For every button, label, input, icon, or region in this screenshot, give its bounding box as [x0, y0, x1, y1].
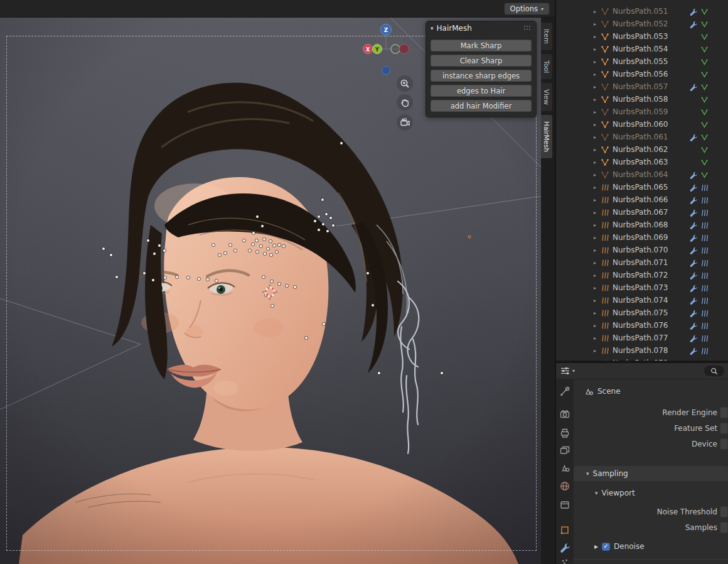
modifier-wrench-icon[interactable]	[688, 82, 698, 91]
outliner-row[interactable]: ▸	[556, 344, 728, 357]
outliner-row[interactable]: ▸	[556, 118, 728, 131]
hair-key-point[interactable]	[270, 280, 273, 283]
hair-key-point[interactable]	[264, 252, 266, 255]
hair-key-point[interactable]	[271, 305, 274, 307]
object-name[interactable]: NurbsPath.056	[613, 70, 700, 79]
breadcrumb-scene-name[interactable]: Scene	[597, 387, 621, 396]
hair-key-point[interactable]	[276, 251, 278, 253]
hair-key-point[interactable]	[261, 225, 264, 227]
object-name[interactable]: NurbsPath.078	[613, 346, 688, 355]
sidebar-tab[interactable]: Item	[541, 22, 553, 51]
hair-key-point[interactable]	[243, 239, 245, 242]
object-name[interactable]: NurbsPath.069	[613, 233, 688, 242]
caret-right-icon[interactable]: ▸	[594, 542, 598, 551]
hair-key-point[interactable]	[305, 337, 308, 339]
modifier-wrench-icon[interactable]	[688, 220, 698, 229]
hairmesh-action-button[interactable]: instance sharp edges	[431, 70, 532, 82]
outliner-row[interactable]: ▸	[556, 30, 728, 43]
surface-data-icon[interactable]	[700, 158, 709, 166]
disclosure-triangle-icon[interactable]: ▸	[590, 247, 600, 253]
disclosure-triangle-icon[interactable]: ▸	[590, 59, 600, 65]
object-name[interactable]: NurbsPath.052	[613, 19, 688, 28]
output-tab-icon[interactable]	[559, 427, 570, 438]
hairmesh-action-button[interactable]: Mark Sharp	[431, 40, 532, 52]
disclosure-triangle-icon[interactable]: ▸	[590, 72, 600, 77]
object-name[interactable]: NurbsPath.064	[613, 170, 688, 179]
hair-key-point[interactable]	[152, 279, 154, 281]
hair-key-point[interactable]	[176, 276, 178, 278]
axis-neg-z-handle[interactable]	[382, 67, 390, 75]
curve-data-icon[interactable]	[700, 233, 709, 242]
hair-key-point[interactable]	[206, 278, 209, 281]
object-name[interactable]: NurbsPath.065	[613, 183, 688, 192]
scene-tab-icon[interactable]	[559, 462, 570, 474]
object-name[interactable]: NurbsPath.060	[613, 120, 700, 129]
modifier-wrench-icon[interactable]	[688, 334, 698, 342]
surface-data-icon[interactable]	[700, 170, 709, 179]
disclosure-triangle-icon[interactable]: ▸	[590, 285, 600, 291]
value-widget[interactable]	[720, 423, 728, 434]
disclosure-triangle-icon[interactable]: ▸	[590, 222, 600, 228]
outliner-row[interactable]: ▸	[556, 18, 728, 30]
curve-data-icon[interactable]	[700, 195, 709, 204]
object-name[interactable]: NurbsPath.066	[613, 195, 688, 204]
outliner-row[interactable]: ▸	[556, 131, 728, 143]
curve-data-icon[interactable]	[700, 296, 709, 305]
particles-tab-icon[interactable]	[559, 558, 570, 564]
curve-data-icon[interactable]	[700, 208, 709, 217]
hair-key-point[interactable]	[468, 236, 471, 239]
disclosure-triangle-icon[interactable]: ▸	[590, 298, 600, 303]
hair-key-point[interactable]	[322, 223, 324, 225]
hair-key-point[interactable]	[256, 215, 259, 218]
hair-key-point[interactable]	[325, 213, 328, 215]
navigation-gizmo[interactable]: Z X Y	[355, 20, 417, 80]
hair-key-point[interactable]	[270, 254, 272, 256]
hair-key-point[interactable]	[340, 142, 343, 144]
curve-data-icon[interactable]	[700, 334, 709, 342]
disclosure-triangle-icon[interactable]: ▸	[590, 335, 600, 341]
denoise-checkbox[interactable]: ✓	[602, 543, 610, 551]
hair-key-point[interactable]	[252, 243, 254, 246]
hair-key-point[interactable]	[102, 247, 105, 250]
object-name[interactable]: NurbsPath.063	[613, 158, 700, 166]
surface-data-icon[interactable]	[700, 95, 709, 104]
modifier-wrench-icon[interactable]	[688, 246, 698, 254]
outliner-row[interactable]: ▸	[556, 332, 728, 344]
object-name[interactable]: NurbsPath.073	[613, 283, 688, 292]
value-widget[interactable]	[720, 438, 728, 450]
hair-key-point[interactable]	[164, 276, 166, 279]
value-widget[interactable]	[720, 407, 728, 418]
hair-key-point[interactable]	[372, 304, 374, 306]
outliner-row[interactable]: ▸	[556, 306, 728, 319]
disclosure-triangle-icon[interactable]: ▸	[590, 348, 600, 354]
object-name[interactable]: NurbsPath.058	[613, 95, 700, 104]
disclosure-triangle-icon[interactable]: ▸	[590, 210, 600, 215]
modifiers-tab-icon[interactable]	[559, 542, 570, 553]
curve-data-icon[interactable]	[700, 220, 709, 229]
modifier-wrench-icon[interactable]	[688, 359, 698, 362]
object-tab-icon[interactable]	[559, 524, 570, 536]
outliner-row[interactable]: ▸	[556, 43, 728, 55]
hair-key-point[interactable]	[110, 254, 112, 256]
modifier-wrench-icon[interactable]	[688, 308, 698, 317]
sidebar-tab[interactable]: View	[541, 82, 553, 112]
render-section-header[interactable]: ▸ Render	[574, 561, 728, 564]
drag-dots-icon[interactable]	[523, 24, 532, 33]
object-name[interactable]: NurbsPath.062	[613, 145, 700, 154]
outliner-row[interactable]: ▸	[556, 181, 728, 193]
hair-key-point[interactable]	[163, 249, 166, 252]
modifier-wrench-icon[interactable]	[688, 195, 698, 204]
outliner-row[interactable]: ▸	[556, 5, 728, 18]
outliner-row[interactable]: ▸	[556, 143, 728, 156]
disclosure-triangle-icon[interactable]: ▸	[590, 34, 600, 40]
hair-key-point[interactable]	[318, 229, 320, 231]
hair-key-point[interactable]	[153, 252, 156, 255]
hair-key-point[interactable]	[256, 251, 259, 253]
hair-key-point[interactable]	[267, 247, 269, 250]
hair-key-point[interactable]	[278, 244, 281, 246]
3d-viewport[interactable]: Z X Y	[0, 18, 542, 564]
view-layer-tab-icon[interactable]	[559, 445, 570, 456]
surface-data-icon[interactable]	[700, 82, 709, 91]
collection-tab-icon[interactable]	[559, 499, 570, 511]
surface-data-icon[interactable]	[700, 145, 709, 154]
